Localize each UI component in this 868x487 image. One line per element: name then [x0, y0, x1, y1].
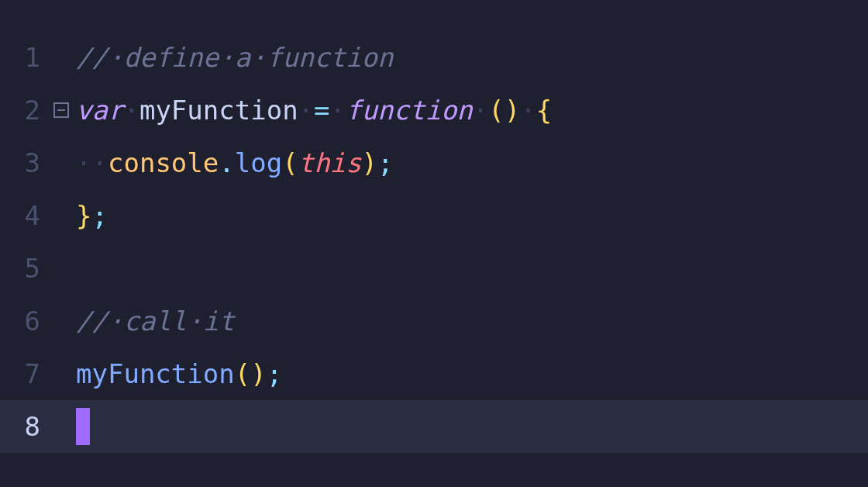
keyword-this: this: [298, 147, 362, 178]
brace-open: {: [536, 95, 552, 126]
code-editor[interactable]: 1 //·define·a·function 2 var·myFunction·…: [0, 0, 868, 453]
whitespace-dot: ·: [219, 42, 234, 73]
comment-word: define: [123, 42, 219, 73]
semicolon: ;: [267, 358, 282, 389]
paren-close: ): [505, 95, 520, 126]
comment-token: //: [76, 306, 108, 337]
line-number: 3: [0, 147, 46, 178]
code-content[interactable]: //·call·it: [76, 306, 235, 337]
whitespace-dot: ·: [520, 95, 536, 126]
fold-gutter: [46, 102, 76, 118]
keyword-var: var: [76, 95, 123, 126]
editor-line[interactable]: 5: [0, 242, 868, 295]
fold-collapse-icon[interactable]: [53, 102, 69, 118]
method-log: log: [235, 147, 282, 178]
whitespace-dot: ·: [76, 147, 91, 178]
whitespace-dot: ·: [187, 306, 202, 337]
whitespace-dot: ·: [250, 42, 266, 73]
paren-close: ): [362, 147, 377, 178]
line-number: 5: [0, 253, 46, 284]
line-number: 6: [0, 306, 46, 337]
comment-word: a: [235, 42, 250, 73]
code-content[interactable]: };: [76, 200, 108, 231]
whitespace-dot: ·: [330, 95, 346, 126]
comment-word: function: [267, 42, 394, 73]
whitespace-dot: ·: [108, 306, 123, 337]
comment-word: call: [123, 306, 187, 337]
semicolon: ;: [377, 147, 393, 178]
paren-open: (: [488, 95, 504, 126]
code-content[interactable]: [76, 408, 90, 445]
text-cursor: [76, 408, 90, 445]
editor-line[interactable]: 4 };: [0, 189, 868, 242]
object-console: console: [108, 147, 219, 178]
comment-word: it: [203, 306, 235, 337]
keyword-function: function: [346, 95, 473, 126]
comment-token: //: [76, 42, 108, 73]
brace-close: }: [76, 200, 91, 231]
dot-operator: .: [219, 147, 234, 178]
editor-line-current[interactable]: 8: [0, 400, 868, 453]
paren-open: (: [282, 147, 298, 178]
whitespace-dot: ·: [123, 95, 139, 126]
line-number: 2: [0, 95, 46, 126]
semicolon: ;: [91, 200, 107, 231]
editor-line[interactable]: 6 //·call·it: [0, 295, 868, 347]
code-content[interactable]: var·myFunction·=·function·()·{: [76, 95, 552, 126]
identifier: myFunction: [140, 95, 298, 126]
line-number: 4: [0, 200, 46, 231]
function-call: myFunction: [76, 358, 235, 389]
whitespace-dot: ·: [91, 147, 107, 178]
editor-line[interactable]: 2 var·myFunction·=·function·()·{: [0, 84, 868, 136]
whitespace-dot: ·: [108, 42, 123, 73]
paren-close: ): [250, 358, 266, 389]
line-number: 1: [0, 42, 46, 73]
editor-line[interactable]: 7 myFunction();: [0, 347, 868, 400]
paren-open: (: [235, 358, 250, 389]
whitespace-dot: ·: [473, 95, 488, 126]
code-content[interactable]: myFunction();: [76, 358, 282, 389]
editor-line[interactable]: 3 ··console.log(this);: [0, 136, 868, 189]
code-content[interactable]: //·define·a·function: [76, 42, 393, 73]
editor-line[interactable]: 1 //·define·a·function: [0, 31, 868, 84]
whitespace-dot: ·: [298, 95, 314, 126]
code-content[interactable]: ··console.log(this);: [76, 147, 394, 178]
operator-equals: =: [314, 95, 329, 126]
line-number: 8: [0, 411, 46, 442]
line-number: 7: [0, 358, 46, 389]
